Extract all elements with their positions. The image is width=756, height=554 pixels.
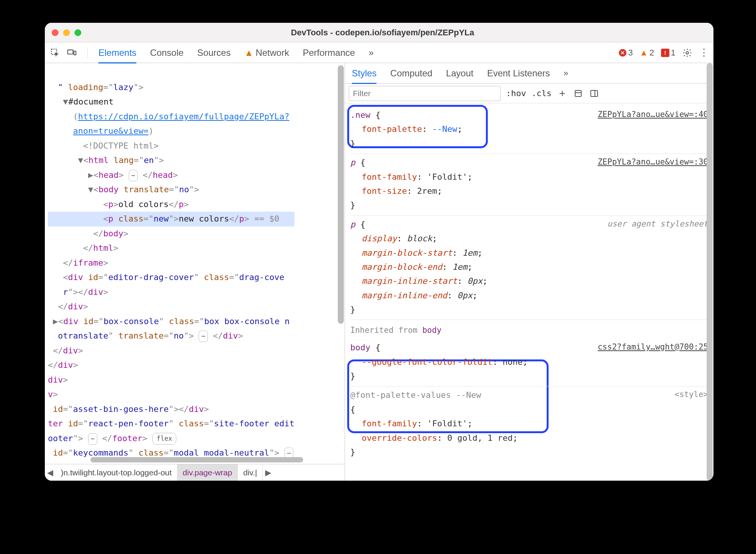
styles-scrollbar[interactable] [707,63,713,481]
tab-elements[interactable]: Elements [98,43,136,63]
panel-tabs: Elements Console Sources ▲Network Perfor… [98,43,374,63]
status-badges: ✕3 ▲2 !1 ⋮ [619,47,708,59]
toggle-sidebar-icon[interactable] [589,88,599,99]
subtab-styles[interactable]: Styles [352,63,376,83]
error-icon: ✕ [619,49,626,57]
devtools-window: DevTools - codepen.io/sofiayem/pen/ZEPpY… [45,23,713,481]
ellipsis-icon[interactable]: ⋯ [129,170,138,181]
inherited-divider: Inherited from body [350,320,708,339]
styles-pane: Styles Computed Layout Event Listeners »… [345,63,713,481]
horizontal-scrollbar[interactable] [90,457,303,462]
css-rule[interactable]: ZEPpYLa?ano…ue&view=:40 .new { font-pale… [350,106,708,154]
iframe-url-link[interactable]: https://cdpn.io/sofiayem/fullpage/ZEPpYL… [78,112,289,121]
tab-network[interactable]: ▲Network [244,43,289,63]
styles-filter-input[interactable] [349,86,501,101]
tab-performance[interactable]: Performance [303,43,355,63]
minimize-icon[interactable] [63,29,70,36]
dom-tree[interactable]: " loading="lazy"> ▼#document (https://cd… [45,63,345,464]
rule-source-ua: user agent stylesheet [607,217,708,231]
css-rule-ua[interactable]: user agent stylesheet p { display: block… [350,216,708,320]
crumb-scroll-left-icon[interactable]: ◀ [45,468,55,477]
css-rule-atrule[interactable]: @font-palette-values --New <style> { fon… [350,386,708,462]
crumb-item[interactable]: div.page-wrap [177,464,238,481]
iframe-url-link-2[interactable]: anon=true&view= [73,126,149,136]
subtab-computed[interactable]: Computed [390,63,432,83]
subtab-layout[interactable]: Layout [446,63,473,83]
rule-source-link[interactable]: css2?family…wght@700:25 [598,340,708,354]
settings-icon[interactable] [682,48,692,58]
svg-rect-5 [591,90,598,97]
atrule-header: @font-palette-values --New [350,390,481,400]
kebab-icon[interactable]: ⋮ [699,47,708,59]
tab-sources[interactable]: Sources [197,43,231,63]
device-icon[interactable] [67,48,77,58]
crumb-item[interactable]: )n.twilight.layout-top.logged-out [55,464,177,481]
inspect-icon[interactable] [50,48,60,58]
elements-pane: " loading="lazy"> ▼#document (https://cd… [45,63,345,481]
traffic-lights [52,29,81,36]
flex-badge[interactable]: flex [152,433,176,445]
styles-subtabs: Styles Computed Layout Event Listeners » [345,63,713,84]
svg-point-3 [686,51,689,54]
errors-badge[interactable]: ✕3 [619,48,633,58]
svg-rect-4 [575,90,581,97]
rule-source-style[interactable]: <style> [674,388,708,402]
zoom-icon[interactable] [74,29,81,36]
svg-rect-1 [68,50,73,54]
computed-toggle-icon[interactable] [573,88,584,99]
issue-icon: ! [661,49,669,57]
vertical-scrollbar[interactable] [338,65,344,324]
ellipsis-icon[interactable]: ⋯ [199,331,208,342]
issues-badge[interactable]: !1 [661,48,675,58]
css-rule[interactable]: ZEPpYLa?ano…ue&view=:30 p { font-family:… [350,154,708,216]
new-rule-icon[interactable] [557,88,568,99]
close-icon[interactable] [52,29,59,36]
warnings-badge[interactable]: ▲2 [640,48,654,58]
styles-filter-row: :hov .cls [345,84,713,103]
style-rules: ZEPpYLa?ano…ue&view=:40 .new { font-pale… [345,103,713,481]
rule-source-link[interactable]: ZEPpYLa?ano…ue&view=:30 [598,155,708,169]
hov-toggle[interactable]: :hov [506,89,526,98]
main-toolbar: Elements Console Sources ▲Network Perfor… [45,43,713,63]
warning-icon: ▲ [244,47,253,58]
cls-toggle[interactable]: .cls [531,89,552,98]
selected-node[interactable]: <p class="new">new colors</p> == $0 [48,212,294,226]
warning-icon: ▲ [640,48,648,58]
css-rule[interactable]: css2?family…wght@700:25 body { --google-… [350,339,708,386]
crumb-scroll-right-icon[interactable]: ▶ [263,468,274,477]
tab-console[interactable]: Console [150,43,183,63]
svg-rect-2 [74,51,76,55]
doctype-node[interactable]: <!DOCTYPE html> [83,141,159,150]
titlebar: DevTools - codepen.io/sofiayem/pen/ZEPpY… [45,23,713,43]
rule-source-link[interactable]: ZEPpYLa?ano…ue&view=:40 [598,108,708,122]
breadcrumb: ◀ )n.twilight.layout-top.logged-out div.… [45,464,345,481]
subtabs-overflow[interactable]: » [564,64,568,83]
tabs-overflow[interactable]: » [369,43,373,63]
window-title: DevTools - codepen.io/sofiayem/pen/ZEPpY… [81,28,684,38]
subtab-listeners[interactable]: Event Listeners [487,63,550,83]
crumb-item[interactable]: div.| [238,464,263,481]
ellipsis-icon[interactable]: ⋯ [88,433,97,445]
